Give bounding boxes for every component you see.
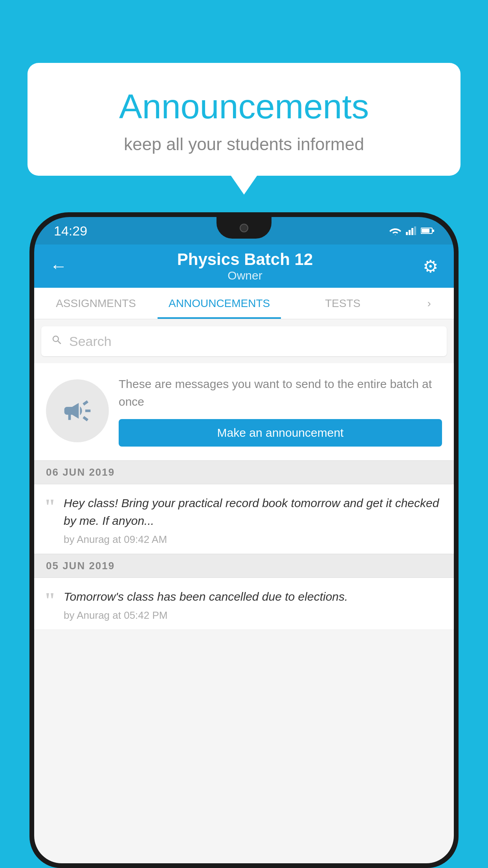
quote-icon-2: " (44, 590, 56, 622)
signal-icon (406, 226, 416, 235)
announcement-icon (62, 395, 93, 427)
search-placeholder-text: Search (69, 334, 112, 349)
bubble-title: Announcements (47, 86, 441, 127)
quote-icon-1: " (44, 496, 56, 546)
status-time: 14:29 (54, 223, 87, 239)
status-icons (389, 226, 434, 235)
tab-more[interactable]: › (404, 288, 454, 319)
app-bar: ← Physics Batch 12 Owner ⚙ (34, 245, 454, 288)
wifi-icon (389, 226, 401, 235)
tab-bar: ASSIGNMENTS ANNOUNCEMENTS TESTS › (34, 288, 454, 319)
promo-icon-circle (46, 379, 109, 442)
svg-rect-3 (414, 226, 416, 235)
back-button[interactable]: ← (46, 252, 71, 280)
battery-icon (421, 227, 434, 234)
announcement-meta-1: by Anurag at 09:42 AM (64, 533, 444, 546)
search-icon-svg (51, 334, 63, 346)
settings-button[interactable]: ⚙ (419, 252, 442, 280)
camera (240, 224, 248, 232)
svg-rect-0 (406, 232, 408, 235)
search-icon (51, 333, 63, 349)
announcement-text-1: Hey class! Bring your practical record b… (64, 494, 444, 530)
promo-card: These are messages you want to send to t… (34, 363, 454, 460)
app-bar-title-group: Physics Batch 12 Owner (71, 250, 419, 282)
phone-screen: 14:29 (34, 217, 454, 863)
bubble-subtitle: keep all your students informed (47, 134, 441, 154)
announcement-item-1[interactable]: " Hey class! Bring your practical record… (34, 484, 454, 554)
announcement-body-2: Tomorrow's class has been cancelled due … (64, 588, 444, 622)
speech-bubble: Announcements keep all your students inf… (28, 63, 460, 176)
status-bar: 14:29 (34, 217, 454, 245)
announcement-meta-2: by Anurag at 05:42 PM (64, 609, 444, 622)
promo-right: These are messages you want to send to t… (119, 375, 442, 447)
date-separator-1: 06 JUN 2019 (34, 460, 454, 484)
app-bar-subtitle: Owner (71, 269, 419, 282)
tab-tests[interactable]: TESTS (281, 288, 404, 319)
announcement-text-2: Tomorrow's class has been cancelled due … (64, 588, 444, 605)
search-bar[interactable]: Search (41, 326, 447, 356)
svg-rect-2 (411, 228, 413, 235)
notch (216, 217, 272, 239)
phone-frame: 14:29 (29, 212, 459, 868)
svg-rect-6 (433, 230, 434, 232)
tab-announcements[interactable]: ANNOUNCEMENTS (158, 288, 281, 319)
announcement-body-1: Hey class! Bring your practical record b… (64, 494, 444, 546)
promo-description: These are messages you want to send to t… (119, 375, 442, 410)
app-bar-title: Physics Batch 12 (71, 250, 419, 269)
make-announcement-button[interactable]: Make an announcement (119, 419, 442, 447)
announcement-item-2[interactable]: " Tomorrow's class has been cancelled du… (34, 578, 454, 630)
svg-rect-5 (422, 229, 429, 233)
phone-content: Search These are messages you want to se… (34, 319, 454, 863)
date-separator-2: 05 JUN 2019 (34, 554, 454, 578)
tab-assignments[interactable]: ASSIGNMENTS (34, 288, 158, 319)
svg-rect-1 (409, 230, 411, 235)
